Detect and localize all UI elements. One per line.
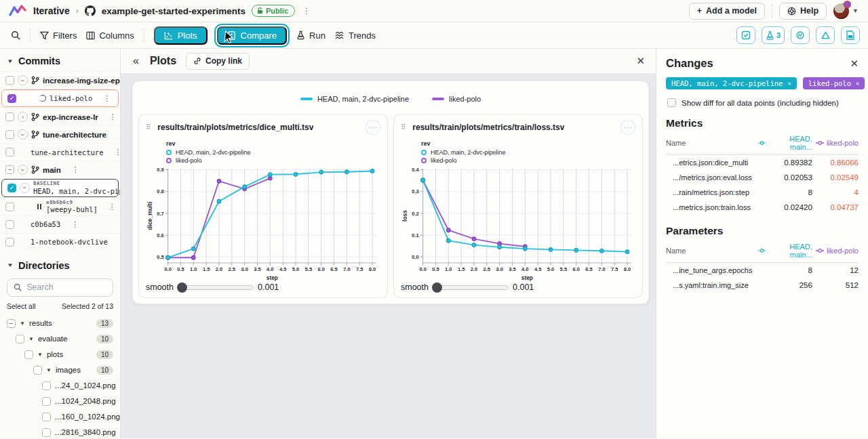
expand-toggle-icon[interactable]: › bbox=[18, 165, 28, 175]
commit-name[interactable]: tune-architecture bbox=[43, 131, 106, 139]
metrics-col-head-a[interactable]: HEAD, main... bbox=[758, 135, 812, 151]
commit-name[interactable]: exp-increase-lr bbox=[43, 113, 98, 121]
caret-down-icon[interactable]: ▼ bbox=[28, 336, 34, 342]
tree-row[interactable]: ▼evaluate10 bbox=[0, 331, 120, 347]
slider-knob[interactable] bbox=[177, 283, 187, 293]
caret-down-icon[interactable]: ▼ bbox=[46, 367, 52, 373]
row-checkbox[interactable]: ✓ bbox=[7, 94, 16, 103]
run-button[interactable]: Run bbox=[296, 30, 326, 41]
filters-button[interactable]: Filters bbox=[40, 30, 77, 41]
row-checkbox[interactable] bbox=[42, 413, 51, 421]
tree-label[interactable]: results bbox=[29, 319, 52, 327]
commit-row[interactable]: e0b6b6c9[weepy-buhl]⋮ bbox=[0, 198, 120, 215]
tree-label[interactable]: ...1024_2048.png bbox=[55, 397, 116, 405]
commit-name[interactable]: increase-img-size-epochs bbox=[43, 77, 121, 85]
avatar[interactable] bbox=[833, 3, 849, 19]
tree-label[interactable]: ...24_0_1024.png bbox=[55, 381, 116, 390]
search-icon[interactable] bbox=[11, 30, 20, 40]
row-checkbox[interactable] bbox=[5, 76, 14, 85]
commit-name[interactable]: c0b6a53 bbox=[31, 220, 60, 228]
smooth-slider[interactable] bbox=[433, 285, 509, 290]
directories-section-header[interactable]: ▼ Directories bbox=[0, 251, 120, 276]
row-checkbox[interactable] bbox=[5, 203, 14, 211]
kebab-menu-icon[interactable]: ⋮ bbox=[102, 94, 112, 103]
close-plots-icon[interactable]: ✕ bbox=[636, 55, 645, 67]
commit-row[interactable]: ✓›BASELINEHEAD, main, 2-dvc-pip…⋮ bbox=[1, 179, 119, 197]
search-input[interactable] bbox=[26, 283, 101, 292]
select-all-link[interactable]: Select all bbox=[7, 302, 36, 310]
row-checkbox[interactable]: ✓ bbox=[7, 184, 16, 192]
repo-menu-icon[interactable]: ⋮ bbox=[301, 6, 312, 16]
row-checkbox[interactable] bbox=[42, 428, 51, 437]
tree-row[interactable]: ▼images10 bbox=[0, 362, 120, 378]
revision-chip[interactable]: liked-polo✕ bbox=[803, 77, 865, 89]
kebab-menu-icon[interactable]: ⋮ bbox=[116, 130, 121, 139]
experiments-count-button[interactable]: 3 bbox=[762, 26, 785, 44]
expand-toggle-icon[interactable]: › bbox=[18, 75, 28, 85]
kebab-menu-icon[interactable]: ⋮ bbox=[108, 112, 118, 121]
parameters-col-head-b[interactable]: liked-polo bbox=[816, 247, 859, 255]
tree-row[interactable]: ...160_0_1024.png bbox=[0, 409, 120, 425]
commit-row[interactable]: ✓liked-polo⋮ bbox=[1, 89, 119, 107]
commit-row[interactable]: ›tune-architecture⋮ bbox=[0, 125, 120, 143]
kebab-menu-icon[interactable]: ⋮ bbox=[71, 165, 81, 174]
checkbox-icon[interactable] bbox=[667, 98, 676, 107]
slider-knob[interactable] bbox=[432, 283, 442, 293]
delta-button[interactable] bbox=[816, 26, 835, 44]
chip-remove-icon[interactable]: ✕ bbox=[856, 80, 859, 87]
tree-row[interactable]: ...24_0_1024.png bbox=[0, 378, 120, 394]
commit-name[interactable]: HEAD, main, 2-dvc-pip… bbox=[33, 187, 121, 195]
row-checkbox[interactable] bbox=[42, 397, 51, 406]
org-name[interactable]: Iterative bbox=[33, 5, 70, 16]
tree-label[interactable]: evaluate bbox=[38, 335, 67, 343]
kebab-menu-icon[interactable]: ⋮ bbox=[113, 148, 121, 156]
compare-button[interactable]: Compare bbox=[217, 26, 287, 45]
commit-row[interactable]: tune-architecture⋮ bbox=[0, 143, 120, 161]
row-checkbox[interactable] bbox=[42, 381, 51, 390]
close-changes-icon[interactable]: ✕ bbox=[850, 58, 859, 70]
expand-toggle-icon[interactable]: › bbox=[18, 112, 28, 122]
show-diff-checkbox[interactable]: Show diff for all data points (including… bbox=[667, 98, 859, 107]
commit-name[interactable]: [weepy-buhl] bbox=[46, 205, 98, 213]
row-checkbox[interactable] bbox=[33, 366, 42, 375]
metrics-col-head-b[interactable]: liked-polo bbox=[816, 139, 859, 147]
commits-section-header[interactable]: ▼ Commits bbox=[0, 49, 120, 71]
tree-label[interactable]: ...2816_3840.png bbox=[55, 428, 116, 436]
commit-name[interactable]: main bbox=[43, 166, 61, 174]
commit-row[interactable]: 1-notebook-dvclive⋮ bbox=[0, 233, 120, 251]
commit-name[interactable]: 1-notebook-dvclive bbox=[31, 238, 108, 246]
kebab-menu-icon[interactable]: ⋮ bbox=[70, 220, 80, 229]
copy-link-button[interactable]: Copy link bbox=[186, 53, 250, 70]
row-checkbox[interactable] bbox=[16, 335, 24, 343]
plot-menu-button[interactable]: ··· bbox=[620, 120, 635, 135]
row-checkbox[interactable] bbox=[5, 148, 14, 156]
parameters-col-head-a[interactable]: HEAD, main... bbox=[758, 243, 812, 259]
plot-menu-button[interactable]: ··· bbox=[366, 120, 380, 135]
row-checkbox[interactable] bbox=[5, 238, 14, 247]
collapse-panel-icon[interactable]: « bbox=[133, 55, 139, 67]
user-menu[interactable]: ▼ bbox=[833, 3, 859, 19]
tree-label[interactable]: ...160_0_1024.png bbox=[55, 413, 120, 421]
caret-down-icon[interactable]: ▼ bbox=[37, 352, 43, 358]
row-checkbox[interactable]: – bbox=[7, 319, 16, 328]
row-checkbox[interactable] bbox=[5, 220, 14, 229]
commit-row[interactable]: c0b6a53⋮ bbox=[0, 215, 120, 233]
drag-handle-icon[interactable]: ⠿ bbox=[401, 125, 406, 129]
export-csv-button[interactable] bbox=[841, 26, 860, 44]
kebab-menu-icon[interactable]: ⋮ bbox=[107, 203, 117, 211]
commit-name[interactable]: liked-polo bbox=[50, 94, 92, 102]
commit-row[interactable]: –›main⋮ bbox=[0, 161, 120, 178]
hide-experiments-button[interactable] bbox=[791, 26, 810, 44]
caret-down-icon[interactable]: ▼ bbox=[20, 320, 25, 327]
add-model-button[interactable]: + Add a model bbox=[689, 3, 765, 20]
chip-remove-icon[interactable]: ✕ bbox=[787, 80, 791, 87]
help-button[interactable]: Help bbox=[779, 3, 827, 20]
tree-row[interactable]: –▼results13 bbox=[0, 316, 120, 331]
smooth-slider[interactable] bbox=[178, 285, 254, 290]
revision-chip[interactable]: HEAD, main, 2-dvc-pipeline✕ bbox=[666, 77, 797, 89]
tree-row[interactable]: ...2816_3840.png bbox=[0, 425, 120, 438]
expand-toggle-icon[interactable]: › bbox=[18, 129, 28, 140]
commit-row[interactable]: ›exp-increase-lr⋮ bbox=[0, 108, 120, 125]
repo-name[interactable]: example-get-started-experiments bbox=[102, 6, 245, 16]
directories-search[interactable] bbox=[7, 278, 113, 297]
